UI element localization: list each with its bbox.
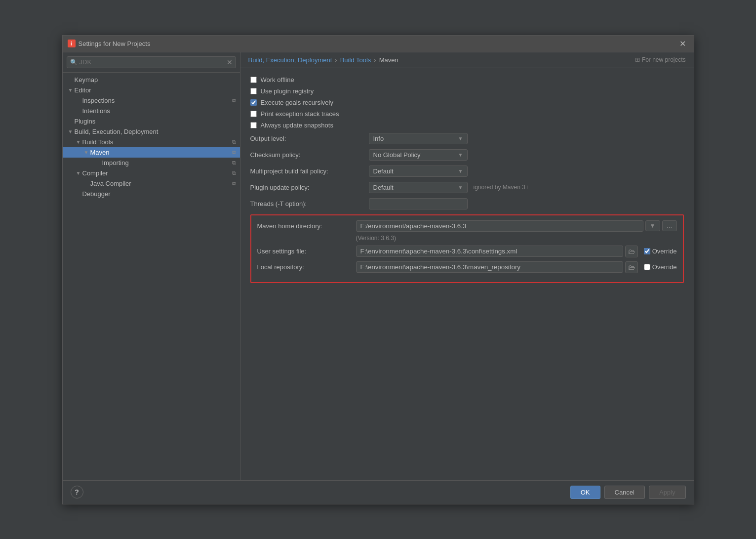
maven-home-input-wrap: ▼ … [356,220,677,232]
sidebar-tree: Keymap ▼ Editor Inspections ⧉ [63,73,240,480]
bottom-bar: ? OK Cancel Apply [63,480,694,504]
sidebar-item-plugins[interactable]: Plugins [63,116,240,126]
multiproject-fail-arrow-icon: ▼ [458,168,463,174]
maven-config-section: Maven home directory: ▼ … (Version: 3.6.… [250,214,684,283]
sidebar-item-build-exec-deploy[interactable]: ▼ Build, Execution, Deployment [63,126,240,137]
print-exception-label: Print exception stack traces [261,110,339,118]
output-level-value: Info [373,135,458,142]
work-offline-label: Work offline [261,76,294,83]
local-repo-browse-button[interactable]: 🗁 [625,261,638,273]
tree-arrow-build-tools: ▼ [75,139,82,145]
plugin-update-select[interactable]: Default ▼ [369,182,468,193]
search-input-wrap[interactable]: 🔍 ✕ [67,56,236,68]
tree-arrow-compiler: ▼ [75,170,82,176]
checkbox-always-update[interactable]: Always update snapshots [250,122,684,129]
cancel-button[interactable]: Cancel [604,486,645,499]
user-settings-input-wrap: 🗁 Override [356,246,677,257]
output-level-select[interactable]: Info ▼ [369,133,468,144]
local-repo-row: Local repository: 🗁 Override [257,261,677,273]
breadcrumb-1[interactable]: Build, Execution, Deployment [248,56,332,64]
tree-arrow-editor: ▼ [67,87,75,93]
checkbox-print-exception[interactable]: Print exception stack traces [250,110,684,118]
sidebar-item-editor[interactable]: ▼ Editor [63,85,240,95]
sidebar-item-intentions[interactable]: Intentions [63,106,240,116]
copy-icon-maven: ⧉ [232,149,236,156]
checkbox-execute-goals[interactable]: Execute goals recursively [250,99,684,106]
checksum-policy-select[interactable]: No Global Policy ▼ [369,149,468,161]
checksum-policy-arrow-icon: ▼ [458,152,463,158]
user-settings-input[interactable] [356,246,623,257]
execute-goals-label-text: Execute goals recursively [261,99,333,106]
use-plugin-registry-checkbox[interactable] [250,88,257,94]
plugin-update-label: Plugin update policy: [250,184,369,191]
threads-label: Threads (-T option): [250,200,369,207]
maven-home-dropdown-button[interactable]: ▼ [645,220,660,231]
main-content: Build, Execution, Deployment › Build Too… [240,52,694,480]
user-settings-override-checkbox[interactable] [644,248,650,254]
local-repo-input[interactable] [356,261,623,273]
sidebar-item-importing[interactable]: Importing ⧉ [63,158,240,168]
multiproject-fail-select[interactable]: Default ▼ [369,166,468,177]
breadcrumb-current: Maven [379,56,398,64]
execute-goals-checkbox[interactable] [250,99,257,106]
search-clear-icon[interactable]: ✕ [227,58,233,66]
help-button[interactable]: ? [71,486,83,498]
plugin-update-row: Plugin update policy: Default ▼ ignored … [250,182,684,193]
checksum-policy-value: No Global Policy [373,151,458,159]
maven-home-label: Maven home directory: [257,222,356,230]
sidebar-item-compiler[interactable]: ▼ Compiler ⧉ [63,168,240,178]
sidebar-item-inspections[interactable]: Inspections ⧉ [63,95,240,106]
copy-icon-java-compiler: ⧉ [232,180,236,187]
sidebar: 🔍 ✕ Keymap ▼ Editor [63,52,240,480]
apply-button[interactable]: Apply [649,486,686,499]
use-plugin-label-text: Use plugin registry [261,87,314,95]
search-box: 🔍 ✕ [63,52,240,73]
execute-goals-label: Execute goals recursively [261,99,333,106]
threads-row: Threads (-T option): [250,198,684,209]
plugin-update-value: Default [373,184,458,191]
new-project-icon: ⊞ [635,56,640,63]
maven-home-input[interactable] [356,220,643,232]
output-level-row: Output level: Info ▼ [250,133,684,144]
multiproject-fail-value: Default [373,167,458,175]
sidebar-item-maven[interactable]: ▼ Maven ⧉ [63,147,240,158]
sidebar-item-build-tools[interactable]: ▼ Build Tools ⧉ [63,137,240,147]
dialog-body: 🔍 ✕ Keymap ▼ Editor [63,52,694,480]
threads-input[interactable] [369,198,468,209]
breadcrumb-2[interactable]: Build Tools [340,56,371,64]
sidebar-item-debugger[interactable]: Debugger [63,189,240,199]
work-offline-label-text: Work offline [261,76,294,83]
print-exception-checkbox[interactable] [250,111,257,117]
tree-arrow-build-exec: ▼ [67,129,75,134]
local-repo-override-checkbox[interactable] [644,264,650,270]
breadcrumb-sep-1: › [335,56,337,64]
checkbox-work-offline[interactable]: Work offline [250,76,684,83]
output-level-label: Output level: [250,135,369,142]
copy-icon-inspections: ⧉ [232,97,236,104]
copy-icon-importing: ⧉ [232,160,236,166]
use-plugin-registry-label: Use plugin registry [261,87,314,95]
breadcrumb-sep-2: › [374,56,376,64]
multiproject-fail-row: Multiproject build fail policy: Default … [250,166,684,177]
checksum-policy-row: Checksum policy: No Global Policy ▼ [250,149,684,161]
sidebar-item-keymap[interactable]: Keymap [63,75,240,85]
local-repo-input-wrap: 🗁 Override [356,261,677,273]
search-input[interactable] [80,58,227,66]
checksum-policy-label: Checksum policy: [250,151,369,159]
user-settings-label: User settings file: [257,248,356,255]
close-button[interactable]: ✕ [677,38,689,49]
user-settings-browse-button[interactable]: 🗁 [625,246,638,257]
output-level-arrow-icon: ▼ [458,136,463,141]
maven-home-browse-button[interactable]: … [662,220,677,231]
ok-button[interactable]: OK [570,486,600,499]
user-settings-override-label: Override [652,248,677,255]
local-repo-override-wrap: Override [644,263,677,271]
new-project-badge: ⊞ For new projects [635,56,686,63]
always-update-checkbox[interactable] [250,122,257,128]
always-update-label: Always update snapshots [261,122,333,129]
work-offline-checkbox[interactable] [250,77,257,83]
plugin-update-note: ignored by Maven 3+ [474,184,529,191]
sidebar-item-java-compiler[interactable]: Java Compiler ⧉ [63,178,240,189]
checkbox-use-plugin-registry[interactable]: Use plugin registry [250,87,684,95]
user-settings-override-wrap: Override [644,248,677,255]
